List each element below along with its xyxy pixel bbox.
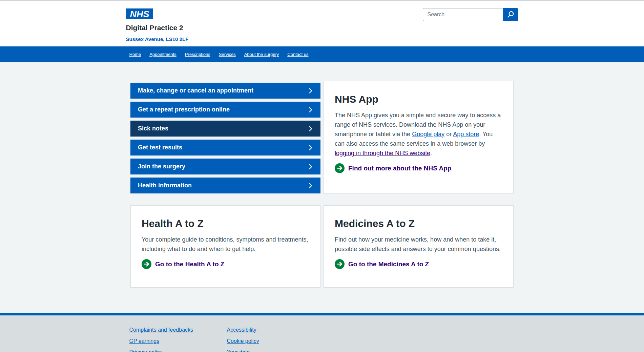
chevron-right-icon bbox=[309, 88, 312, 94]
quick-link-make-appointment[interactable]: Make, change or cancel an appointment bbox=[130, 83, 320, 99]
site-header: NHS Digital Practice 2 Sussex Avenue, LS… bbox=[0, 1, 644, 46]
footer-link-accessibility[interactable]: Accessibility bbox=[227, 327, 256, 333]
search-icon bbox=[507, 11, 514, 18]
quick-link-sick-notes[interactable]: Sick notes bbox=[130, 121, 320, 137]
health-atoz-card: Health A to Z Your complete guide to con… bbox=[130, 205, 320, 288]
medicines-atoz-body: Find out how your medicine works, how an… bbox=[335, 235, 502, 254]
chevron-right-icon bbox=[309, 183, 312, 189]
search-button[interactable] bbox=[503, 8, 518, 21]
nhs-app-card: NHS App The NHS App gives you a simple a… bbox=[324, 81, 514, 194]
quick-link-label: Get a repeat prescription online bbox=[138, 106, 230, 113]
nhs-website-login-link[interactable]: logging in through the NHS website bbox=[335, 150, 430, 157]
footer-link-complaints[interactable]: Complaints and feedbacks bbox=[129, 327, 193, 333]
main-content: Make, change or cancel an appointment Ge… bbox=[0, 62, 644, 313]
main-nav: Home Appointments Prescriptions Services… bbox=[0, 46, 644, 62]
arrow-right-circle-icon bbox=[142, 259, 151, 269]
nav-item-prescriptions[interactable]: Prescriptions bbox=[185, 52, 210, 57]
nav-item-contact-us[interactable]: Contact us bbox=[287, 52, 308, 57]
footer-link-privacy-policy[interactable]: Privacy policy bbox=[129, 349, 163, 352]
practice-name: Digital Practice 2 bbox=[126, 24, 518, 32]
quick-link-join-surgery[interactable]: Join the surgery bbox=[130, 159, 320, 174]
footer-link-your-data[interactable]: Your data bbox=[227, 349, 250, 352]
nav-item-home[interactable]: Home bbox=[129, 52, 141, 57]
action-link-label: Go to the Health A to Z bbox=[155, 261, 224, 268]
nhs-logo-icon: NHS bbox=[126, 8, 153, 19]
footer-link-cookie-policy[interactable]: Cookie policy bbox=[227, 338, 259, 344]
quick-link-label: Make, change or cancel an appointment bbox=[138, 87, 253, 94]
practice-address: Sussex Avenue, LS10 2LF bbox=[126, 36, 518, 42]
nhs-logo[interactable]: NHS bbox=[126, 8, 153, 19]
medicines-atoz-title: Medicines A to Z bbox=[335, 218, 502, 229]
quick-link-health-information[interactable]: Health information bbox=[130, 178, 320, 193]
chevron-right-icon bbox=[309, 145, 312, 151]
nhs-app-action-link[interactable]: Find out more about the NHS App bbox=[335, 163, 451, 173]
google-play-link[interactable]: Google play bbox=[412, 131, 444, 138]
quick-link-label: Sick notes bbox=[138, 125, 168, 132]
nav-item-appointments[interactable]: Appointments bbox=[149, 52, 176, 57]
chevron-right-icon bbox=[309, 126, 312, 132]
nav-item-services[interactable]: Services bbox=[219, 52, 236, 57]
site-footer: Complaints and feedbacks GP earnings Pri… bbox=[0, 313, 644, 352]
chevron-right-icon bbox=[309, 107, 312, 113]
svg-text:NHS: NHS bbox=[130, 9, 149, 19]
health-atoz-action-link[interactable]: Go to the Health A to Z bbox=[142, 259, 224, 269]
nhs-app-card-body: The NHS App gives you a simple and secur… bbox=[335, 110, 502, 158]
quick-links-list: Make, change or cancel an appointment Ge… bbox=[130, 83, 320, 194]
app-store-link[interactable]: App store bbox=[453, 131, 479, 138]
health-atoz-body: Your complete guide to conditions, sympt… bbox=[142, 235, 309, 254]
footer-link-gp-earnings[interactable]: GP earnings bbox=[129, 338, 160, 344]
quick-link-label: Join the surgery bbox=[138, 163, 185, 170]
action-link-label: Find out more about the NHS App bbox=[348, 165, 451, 172]
chevron-right-icon bbox=[309, 164, 312, 170]
medicines-atoz-card: Medicines A to Z Find out how your medic… bbox=[324, 205, 514, 288]
footer-column-2: Accessibility Cookie policy Your data bbox=[227, 327, 325, 352]
arrow-right-circle-icon bbox=[335, 259, 345, 269]
quick-link-repeat-prescription[interactable]: Get a repeat prescription online bbox=[130, 102, 320, 118]
body-text: . bbox=[430, 150, 432, 157]
medicines-atoz-action-link[interactable]: Go to the Medicines A to Z bbox=[335, 259, 429, 269]
nhs-app-card-title: NHS App bbox=[335, 94, 502, 105]
arrow-right-circle-icon bbox=[335, 163, 345, 173]
nav-item-about-the-surgery[interactable]: About the surgery bbox=[244, 52, 279, 57]
quick-link-label: Get test results bbox=[138, 144, 182, 151]
action-link-label: Go to the Medicines A to Z bbox=[348, 261, 429, 268]
body-text: or bbox=[444, 131, 453, 138]
footer-column-1: Complaints and feedbacks GP earnings Pri… bbox=[129, 327, 227, 352]
health-atoz-title: Health A to Z bbox=[142, 218, 309, 229]
search-form bbox=[423, 8, 518, 21]
quick-link-test-results[interactable]: Get test results bbox=[130, 140, 320, 156]
search-input[interactable] bbox=[423, 8, 503, 21]
quick-link-label: Health information bbox=[138, 182, 192, 189]
